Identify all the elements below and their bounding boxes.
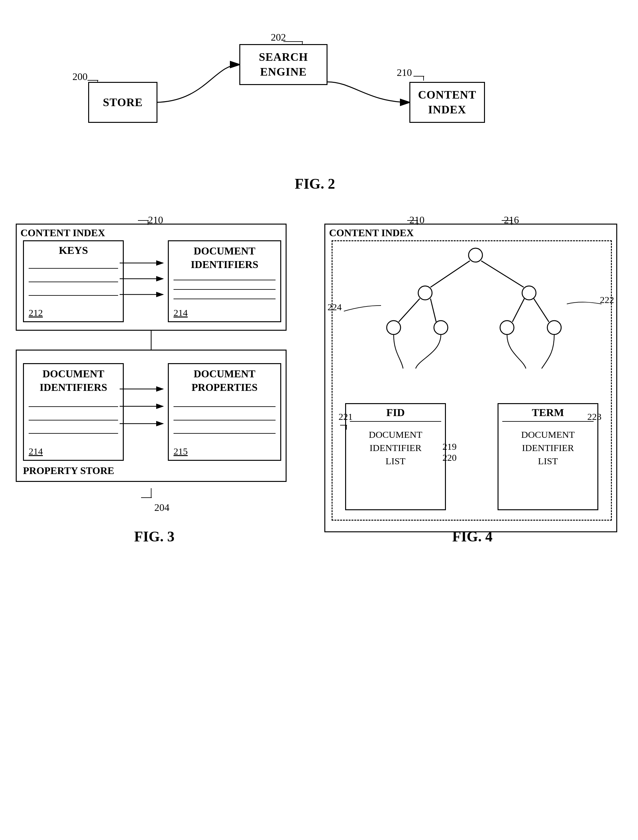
ref-204: 204 (154, 502, 169, 513)
content-index-title-fig4: CONTENT INDEX (329, 227, 414, 239)
term-box: TERM DOCUMENT IDENTIFIER LIST (497, 403, 599, 510)
content-index-title-fig3: CONTENT INDEX (21, 227, 105, 239)
doc-ids-ref-bottom: 214 (28, 446, 43, 457)
fig3-diagram: 210 CONTENT INDEX KEYS 212 (13, 214, 296, 545)
dashed-inner-box-fig4: FID DOCUMENT IDENTIFIER LIST TERM DOCUME… (332, 240, 612, 521)
ref-221: 221 (338, 411, 353, 422)
ref-200: 200 (73, 71, 88, 82)
page: 202 SEARCH ENGINE 200 STORE 210 (0, 0, 638, 840)
content-index-box-fig2: CONTENT INDEX (409, 82, 485, 123)
ref-202: 202 (271, 32, 286, 43)
keys-label: KEYS (28, 245, 118, 256)
doc-ids-label-bottom: DOCUMENT IDENTIFIERS (39, 367, 107, 394)
fig4-diagram: 210 216 (321, 214, 624, 545)
property-store-label: PROPERTY STORE (23, 465, 114, 477)
ref-219: 219 (442, 441, 456, 452)
doc-id-list2-label: DOCUMENT IDENTIFIER LIST (521, 428, 575, 468)
store-box: STORE (88, 82, 158, 123)
search-engine-label: SEARCH ENGINE (259, 50, 308, 79)
doc-ids-box-bottom-fig3: DOCUMENT IDENTIFIERS 214 (23, 363, 124, 461)
fig2-diagram: 202 SEARCH ENGINE 200 STORE 210 (63, 19, 567, 195)
fig3-label: FIG. 3 (13, 528, 296, 545)
doc-props-ref: 215 (174, 446, 188, 457)
ref-223: 223 (587, 411, 602, 422)
ref-222: 222 (600, 294, 614, 305)
doc-ids-box-top-fig3: DOCUMENT IDENTIFIERS 214 (168, 240, 281, 322)
store-label: STORE (103, 95, 143, 110)
content-index-outer-fig4: CONTENT INDEX FID DOCUMENT IDENTIFIER LI… (324, 224, 617, 532)
doc-ids-ref-top: 214 (174, 307, 188, 318)
doc-props-box-fig3: DOCUMENT PROPERTIES 215 (168, 363, 281, 461)
fig2-label: FIG. 2 (63, 175, 567, 192)
fid-box: FID DOCUMENT IDENTIFIER LIST (345, 403, 446, 510)
ref-224: 224 (327, 302, 342, 313)
content-index-label-fig2: CONTENT INDEX (418, 88, 476, 117)
ref-210-fig2: 210 (397, 67, 412, 79)
content-index-outer-fig3: CONTENT INDEX KEYS 212 DOCUMENT IDENTIFI… (16, 224, 287, 331)
term-label: TERM (502, 407, 594, 422)
keys-box-fig3: KEYS 212 (23, 240, 124, 322)
ref-220: 220 (442, 452, 456, 463)
doc-ids-label-top: DOCUMENT IDENTIFIERS (191, 245, 259, 272)
fig4-label: FIG. 4 (321, 528, 624, 545)
doc-id-list1-label: DOCUMENT IDENTIFIER LIST (369, 428, 422, 468)
doc-props-label: DOCUMENT PROPERTIES (191, 367, 257, 394)
property-store-outer-fig3: DOCUMENT IDENTIFIERS 214 DOCUMENT PROPER… (16, 350, 287, 482)
fid-label: FID (350, 407, 441, 422)
search-engine-box: SEARCH ENGINE (239, 44, 327, 85)
keys-ref: 212 (28, 307, 43, 318)
